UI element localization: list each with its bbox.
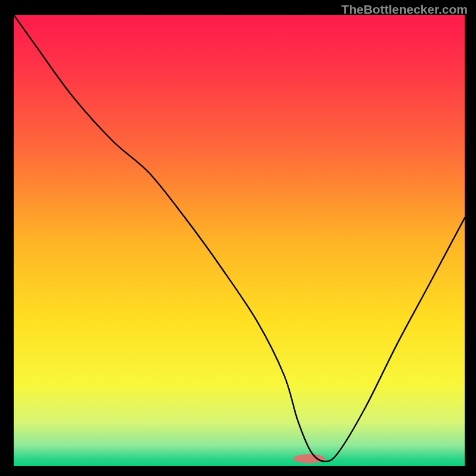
gradient-background: [14, 15, 465, 466]
plot-svg: [14, 15, 465, 466]
plot-area: [14, 15, 465, 466]
optimal-marker: [293, 454, 325, 463]
chart-frame: TheBottlenecker.com: [0, 0, 476, 476]
